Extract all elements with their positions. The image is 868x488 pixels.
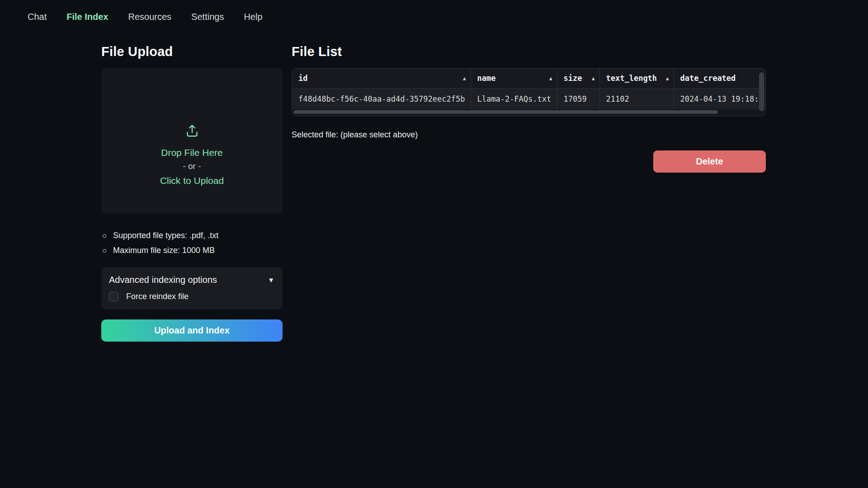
cell-date_created[interactable]: 2024-04-13 19:18: bbox=[674, 88, 766, 109]
cell-id[interactable]: f48d48bc-f56c-40aa-ad4d-35792eec2f5b bbox=[292, 88, 471, 109]
table-row[interactable]: f48d48bc-f56c-40aa-ad4d-35792eec2f5bLlam… bbox=[292, 88, 766, 109]
upload-and-index-button[interactable]: Upload and Index bbox=[101, 319, 283, 342]
upload-note: Supported file types: .pdf, .txt bbox=[101, 228, 283, 243]
file-list-panel: File List id▲name▲size▲text_length▲date_… bbox=[292, 44, 766, 140]
vertical-scrollbar[interactable] bbox=[759, 72, 764, 111]
file-table: id▲name▲size▲text_length▲date_created▲ f… bbox=[292, 68, 766, 116]
bullet-icon bbox=[103, 234, 106, 238]
bullet-icon bbox=[103, 249, 106, 253]
column-header-id[interactable]: id▲ bbox=[292, 69, 471, 88]
horizontal-scrollbar[interactable] bbox=[294, 110, 718, 114]
file-list-title: File List bbox=[292, 44, 766, 59]
upload-note: Maximum file size: 1000 MB bbox=[101, 243, 283, 258]
cell-name[interactable]: Llama-2-FAQs.txt bbox=[471, 88, 557, 109]
accordion-header[interactable]: Advanced indexing options ▼ bbox=[109, 275, 275, 285]
file-table-header: id▲name▲size▲text_length▲date_created▲ bbox=[292, 69, 766, 88]
tab-help[interactable]: Help bbox=[244, 12, 262, 22]
accordion-title: Advanced indexing options bbox=[109, 275, 217, 285]
file-table-body: f48d48bc-f56c-40aa-ad4d-35792eec2f5bLlam… bbox=[292, 88, 766, 109]
upload-notes: Supported file types: .pdf, .txtMaximum … bbox=[101, 228, 283, 258]
column-label: date_created bbox=[680, 74, 736, 83]
file-table-grid: id▲name▲size▲text_length▲date_created▲ f… bbox=[292, 69, 766, 109]
column-label: id bbox=[298, 74, 307, 83]
sort-arrow-icon: ▲ bbox=[666, 75, 669, 81]
chevron-down-icon: ▼ bbox=[268, 276, 274, 284]
sort-arrow-icon: ▲ bbox=[549, 75, 552, 81]
file-upload-title: File Upload bbox=[101, 44, 283, 59]
or-label: - or - bbox=[183, 160, 201, 173]
drop-file-label: Drop File Here bbox=[161, 145, 223, 160]
sort-arrow-icon: ▲ bbox=[592, 75, 595, 81]
file-upload-panel: File Upload Drop File Here - or - Click … bbox=[101, 44, 283, 342]
force-reindex-label: Force reindex file bbox=[126, 292, 189, 301]
tab-settings[interactable]: Settings bbox=[191, 12, 224, 22]
column-header-text_length[interactable]: text_length▲ bbox=[599, 69, 674, 88]
force-reindex-row[interactable]: Force reindex file bbox=[109, 292, 275, 301]
tab-bar: ChatFile IndexResourcesSettingsHelp bbox=[0, 0, 868, 28]
column-label: text_length bbox=[606, 74, 657, 83]
force-reindex-checkbox[interactable] bbox=[109, 292, 118, 301]
upload-icon bbox=[184, 123, 200, 139]
delete-button[interactable]: Delete bbox=[653, 150, 766, 173]
click-to-upload-link[interactable]: Click to Upload bbox=[160, 174, 224, 188]
advanced-options-accordion: Advanced indexing options ▼ Force reinde… bbox=[101, 267, 283, 310]
tab-resources[interactable]: Resources bbox=[128, 12, 172, 22]
file-dropzone[interactable]: Drop File Here - or - Click to Upload bbox=[101, 68, 283, 214]
column-header-date_created[interactable]: date_created▲ bbox=[674, 69, 766, 88]
upload-note-text: Supported file types: .pdf, .txt bbox=[113, 228, 218, 243]
tab-file-index[interactable]: File Index bbox=[66, 12, 108, 22]
column-header-size[interactable]: size▲ bbox=[557, 69, 599, 88]
upload-note-text: Maximum file size: 1000 MB bbox=[113, 243, 215, 258]
cell-text_length[interactable]: 21102 bbox=[599, 88, 674, 109]
selected-file-status: Selected file: (please select above) bbox=[292, 130, 766, 140]
column-label: size bbox=[564, 74, 582, 83]
column-label: name bbox=[477, 74, 496, 83]
cell-size[interactable]: 17059 bbox=[557, 88, 599, 109]
sort-arrow-icon: ▲ bbox=[463, 75, 466, 81]
column-header-name[interactable]: name▲ bbox=[471, 69, 557, 88]
tab-chat[interactable]: Chat bbox=[28, 12, 47, 22]
